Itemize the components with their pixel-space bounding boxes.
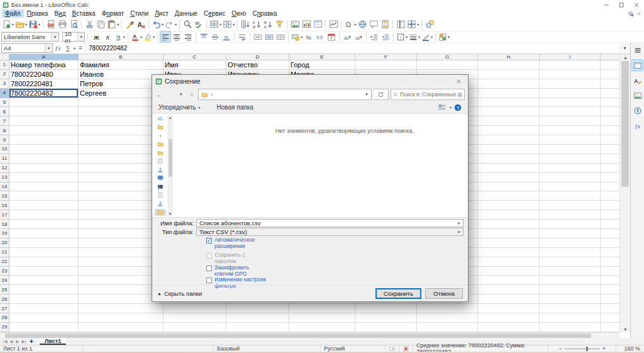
cell-A8[interactable] [9,126,79,135]
cell-J20[interactable] [601,238,619,248]
cell-I13[interactable] [540,173,601,182]
cell-D1[interactable]: Отчество [226,60,289,70]
cell-B7[interactable] [79,116,164,126]
align-top-button[interactable] [198,31,209,43]
insert-comment-button[interactable] [368,18,379,30]
increase-indent-button[interactable] [369,31,380,43]
new-folder-button[interactable]: Новая папка [217,104,253,111]
cell-J29[interactable] [601,323,619,332]
next-sheet-icon[interactable]: ▶ [14,339,21,344]
sidebar-tab-properties[interactable] [631,59,643,71]
option-automatic-extension[interactable]: ✓Автоматическоерасширение [206,237,266,249]
cell-J12[interactable] [601,164,619,173]
cell-I3[interactable] [540,79,601,89]
cut-button[interactable] [84,18,95,30]
cell-A2[interactable]: 78002220480 [9,70,79,79]
cell-A29[interactable] [9,323,79,332]
cell-C1[interactable]: Имя [164,60,226,70]
insert-rows-button[interactable]: ▾ [209,18,222,30]
row-header-13[interactable]: 13 [0,173,9,182]
cell-J17[interactable] [601,210,619,220]
cell-J13[interactable] [601,173,619,182]
row-header-27[interactable]: 27 [0,304,9,313]
add-decimal-button[interactable]: ,00 [341,31,353,43]
cell-J5[interactable] [601,98,619,108]
cell-D29[interactable] [226,323,289,332]
cell-I23[interactable] [540,267,601,276]
cell-J28[interactable] [601,313,619,323]
cell-B4[interactable]: Сергеев [79,89,164,98]
cell-B15[interactable] [79,191,164,201]
row-header-7[interactable]: 7 [0,116,9,126]
cell-A26[interactable] [9,294,79,304]
hide-folders-button[interactable]: ▲ Скрыть папки [157,290,202,297]
zoom-level[interactable]: 160 % [616,345,644,352]
undo-button[interactable]: ▾ [151,18,164,30]
cell-J26[interactable] [601,294,619,304]
cell-A16[interactable] [9,201,79,210]
cell-A3[interactable]: 78002220481 [9,79,79,89]
save-button[interactable]: ▾ [28,18,41,30]
cell-C27[interactable] [164,304,226,313]
place-item-pictures[interactable] [155,183,166,190]
cell-A10[interactable] [9,145,79,154]
underline-button[interactable]: Ч▾ [113,31,126,43]
insert-mode-icon[interactable]: I [386,345,399,352]
cell-B8[interactable] [79,126,164,135]
row-header-8[interactable]: 8 [0,126,9,135]
place-item-bullet[interactable] [155,132,166,139]
col-header-A[interactable]: A [9,54,79,60]
close-icon[interactable] [629,0,644,9]
cell-F27[interactable] [355,304,417,313]
menu-item-view[interactable]: Вид [51,9,69,18]
cell-B13[interactable] [79,173,164,182]
cell-A15[interactable] [9,191,79,201]
chevron-down-icon[interactable]: ▼ [365,92,369,96]
document-modified-icon[interactable] [399,345,413,352]
cell-B12[interactable] [79,164,164,173]
cell-E27[interactable] [289,304,355,313]
copy-button[interactable] [95,18,106,30]
cell-A1[interactable]: Номер телефона [9,60,79,70]
menu-item-file[interactable]: Файл [2,9,24,18]
insert-image-button[interactable] [289,18,301,30]
menu-item-styles[interactable]: Стили [127,9,152,18]
sum-icon[interactable]: ∑ [63,43,73,53]
status-language[interactable]: Русский [321,345,386,352]
cell-I17[interactable] [540,210,601,220]
cell-H17[interactable] [478,210,540,220]
cell-I12[interactable] [540,164,601,173]
merge-center-button[interactable] [252,31,264,43]
name-box[interactable]: A4 ▼ [1,43,53,53]
refresh-icon[interactable] [374,89,389,100]
cell-E28[interactable] [289,313,355,323]
row-header-22[interactable]: 22 [0,257,9,267]
place-item-folder[interactable] [155,124,166,131]
show-draw-functions-button[interactable] [424,18,435,30]
row-header-25[interactable]: 25 [0,285,9,294]
cell-A28[interactable] [9,313,79,323]
cell-J11[interactable] [601,154,619,164]
cell-J3[interactable] [601,79,619,89]
special-character-button[interactable]: Ω▾ [343,18,357,30]
address-bar[interactable]: › ▼ [198,89,372,100]
col-header-H[interactable]: H [478,54,540,60]
cell-F1[interactable] [355,60,417,70]
formula-input[interactable] [86,43,619,53]
scroll-down-icon[interactable]: ▼ [620,326,631,332]
cell-I6[interactable] [540,107,601,116]
hyperlink-button[interactable] [357,18,368,30]
cell-B23[interactable] [79,267,164,276]
equals-icon[interactable]: = [75,43,86,53]
scroll-up-icon[interactable]: ▲ [620,54,631,60]
cell-I26[interactable] [540,294,601,304]
row-header-4[interactable]: 4 [0,89,9,98]
cell-B24[interactable] [79,276,164,285]
find-replace-button[interactable] [182,18,193,30]
status-page-style[interactable]: Базовый [214,345,321,352]
cell-H14[interactable] [478,182,540,192]
cell-F29[interactable] [355,323,417,332]
cell-J25[interactable] [601,285,619,294]
cell-C29[interactable] [164,323,226,332]
cell-H27[interactable] [478,304,540,313]
